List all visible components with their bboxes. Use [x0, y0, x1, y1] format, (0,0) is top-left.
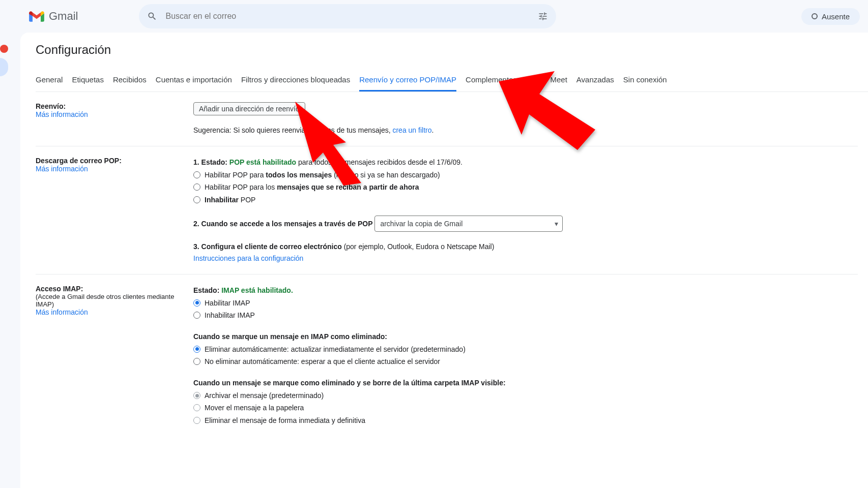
gmail-logo[interactable]: Gmail [28, 10, 78, 23]
search-bar[interactable] [139, 4, 556, 28]
pop-access-label: 2. Cuando se accede a los mensajes a tra… [193, 220, 373, 228]
pop-more-info-link[interactable]: Más información [36, 165, 88, 173]
presence-status-button[interactable]: Ausente [801, 8, 860, 25]
imap-subtitle: (Accede a Gmail desde otros clientes med… [36, 293, 193, 308]
tune-icon[interactable] [538, 11, 548, 21]
imap-no-auto-expunge-radio[interactable]: No eliminar automáticamente: esperar a q… [193, 356, 858, 367]
tab-advanced[interactable]: Avanzadas [576, 69, 614, 92]
pop-status-value: POP está habilitado [229, 158, 296, 166]
imap-title: Acceso IMAP: [36, 285, 193, 293]
tab-forwarding-pop-imap[interactable]: Reenvío y correo POP/IMAP [359, 69, 456, 92]
imap-disable-radio[interactable]: Inhabilitar IMAP [193, 310, 858, 321]
imap-enable-radio[interactable]: Habilitar IMAP [193, 297, 858, 309]
pop-enable-all-radio[interactable]: Habilitar POP para todos los mensajes (i… [193, 169, 858, 180]
imap-expunge-heading: Cuando un mensaje se marque como elimina… [193, 377, 858, 388]
app-header: Gmail Ausente [0, 0, 868, 33]
status-circle-icon [812, 13, 818, 19]
imap-auto-expunge-radio[interactable]: Eliminar automáticamente: actualizar inm… [193, 344, 858, 355]
search-input[interactable] [165, 12, 538, 21]
product-name: Gmail [49, 10, 78, 23]
imap-trash-radio[interactable]: Mover el mensaje a la papelera [193, 402, 858, 413]
forwarding-more-info-link[interactable]: Más información [36, 110, 88, 118]
tab-addons[interactable]: Complementos [466, 69, 517, 92]
pop-section: Descarga de correo POP: Más información … [36, 146, 858, 274]
imap-delete-forever-radio[interactable]: Eliminar el mensaje de forma inmediata y… [193, 415, 858, 426]
imap-more-info-link[interactable]: Más información [36, 308, 88, 316]
forwarding-title: Reenvío: [36, 102, 193, 110]
imap-deleted-heading: Cuando se marque un mensaje en IMAP como… [193, 331, 858, 342]
page-title: Configuración [36, 43, 868, 57]
tab-filters[interactable]: Filtros y direcciones bloqueadas [241, 69, 350, 92]
create-filter-link[interactable]: crea un filtro [392, 126, 431, 134]
pop-title: Descarga de correo POP: [36, 157, 193, 165]
tab-offline[interactable]: Sin conexión [623, 69, 667, 92]
pop-action-select[interactable]: archivar la copia de Gmail [374, 216, 563, 232]
search-icon [147, 11, 157, 21]
tab-labels[interactable]: Etiquetas [72, 69, 104, 92]
gmail-icon [28, 10, 45, 22]
tab-general[interactable]: General [36, 69, 63, 92]
compose-indicator [0, 45, 8, 53]
forwarding-tip-text: Sugerencia: Si solo quieres reenviar alg… [193, 126, 392, 134]
tab-inbox[interactable]: Recibidos [113, 69, 147, 92]
imap-status-value: IMAP está habilitado. [221, 286, 293, 294]
left-sidebar-edge [0, 41, 8, 76]
inbox-indicator [0, 58, 8, 76]
settings-panel: Configuración General Etiquetas Recibido… [20, 33, 868, 488]
status-label: Ausente [822, 12, 850, 21]
forwarding-section: Reenvío: Más información Añadir una dire… [36, 92, 858, 146]
settings-tabs: General Etiquetas Recibidos Cuentas e im… [36, 69, 868, 92]
add-forwarding-address-button[interactable]: Añadir una dirección de reenvío [193, 102, 305, 115]
imap-archive-radio[interactable]: Archivar el mensaje (predeterminado) [193, 390, 858, 401]
tab-accounts[interactable]: Cuentas e importación [156, 69, 232, 92]
pop-enable-new-radio[interactable]: Habilitar POP para los mensajes que se r… [193, 181, 858, 193]
pop-disable-radio[interactable]: Inhabilitar POP [193, 194, 858, 205]
imap-section: Acceso IMAP: (Accede a Gmail desde otros… [36, 274, 858, 437]
tab-chat-meet[interactable]: Chat y Meet [526, 69, 567, 92]
pop-config-instructions-link[interactable]: Instrucciones para la configuración [193, 254, 303, 262]
